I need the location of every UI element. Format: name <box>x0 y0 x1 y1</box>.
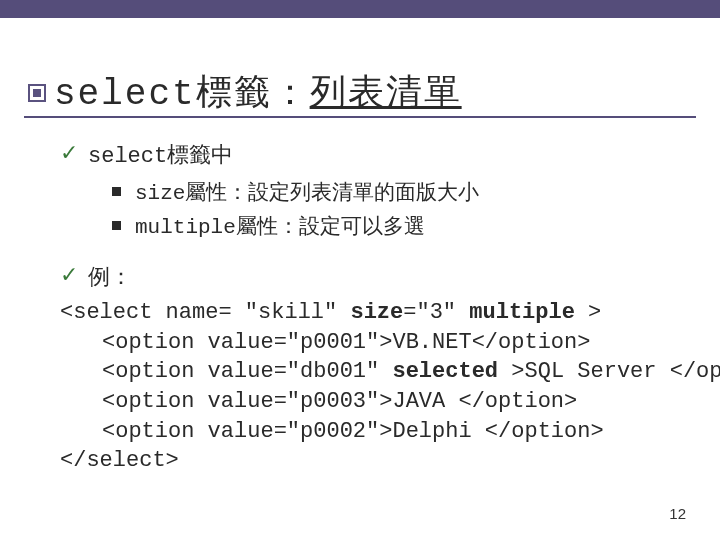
title-prefix: select標籤： <box>54 74 310 115</box>
code-seg: >SQL Server </option> <box>498 359 720 384</box>
square-bullet-icon <box>112 221 121 230</box>
page-number: 12 <box>669 505 686 522</box>
slide-title: select標籤：列表清單 <box>28 68 462 117</box>
code-seg: <option value="p0002">Delphi </option> <box>102 419 604 444</box>
code-seg: <option value="db001" <box>102 359 392 384</box>
code-bold-selected: selected <box>392 359 498 384</box>
code-seg: ="3" <box>403 300 469 325</box>
sub-list: size屬性：設定列表清單的面版大小 multiple屬性：設定可以多選 <box>112 178 690 240</box>
check-icon: ✓ <box>60 262 78 288</box>
title-text: select標籤：列表清單 <box>54 68 462 117</box>
sub-2-text: multiple屬性：設定可以多選 <box>135 212 425 240</box>
sub-item-1: size屬性：設定列表清單的面版大小 <box>112 178 690 206</box>
code-line-5: <option value="p0002">Delphi </option> <box>60 417 690 447</box>
slide-top-bar <box>0 0 720 18</box>
code-line-1: <select name= "skill" size="3" multiple … <box>60 298 690 328</box>
bullet-2-text: 例： <box>88 262 132 292</box>
code-bold-size: size <box>350 300 403 325</box>
code-line-2: <option value="p0001">VB.NET</option> <box>60 328 690 358</box>
slide-content: ✓ select標籤中 size屬性：設定列表清單的面版大小 multiple屬… <box>60 140 690 476</box>
code-seg: <select name= "skill" <box>60 300 350 325</box>
code-line-3: <option value="db001" selected >SQL Serv… <box>60 357 690 387</box>
bullet-item-2: ✓ 例： <box>60 262 690 292</box>
bullet-1-text: select標籤中 <box>88 140 233 170</box>
title-main: 列表清單 <box>310 74 462 115</box>
code-seg: <option value="p0001">VB.NET</option> <box>102 330 590 355</box>
code-seg: > <box>575 300 601 325</box>
sub-item-2: multiple屬性：設定可以多選 <box>112 212 690 240</box>
code-bold-multiple: multiple <box>469 300 575 325</box>
check-icon: ✓ <box>60 140 78 166</box>
bullet-item-1: ✓ select標籤中 <box>60 140 690 170</box>
sub-1-text: size屬性：設定列表清單的面版大小 <box>135 178 479 206</box>
square-bullet-icon <box>112 187 121 196</box>
title-bullet-icon <box>28 84 46 102</box>
code-line-4: <option value="p0003">JAVA </option> <box>60 387 690 417</box>
code-example: <select name= "skill" size="3" multiple … <box>60 298 690 476</box>
code-seg: </select> <box>60 448 179 473</box>
code-line-6: </select> <box>60 446 690 476</box>
code-seg: <option value="p0003">JAVA </option> <box>102 389 577 414</box>
